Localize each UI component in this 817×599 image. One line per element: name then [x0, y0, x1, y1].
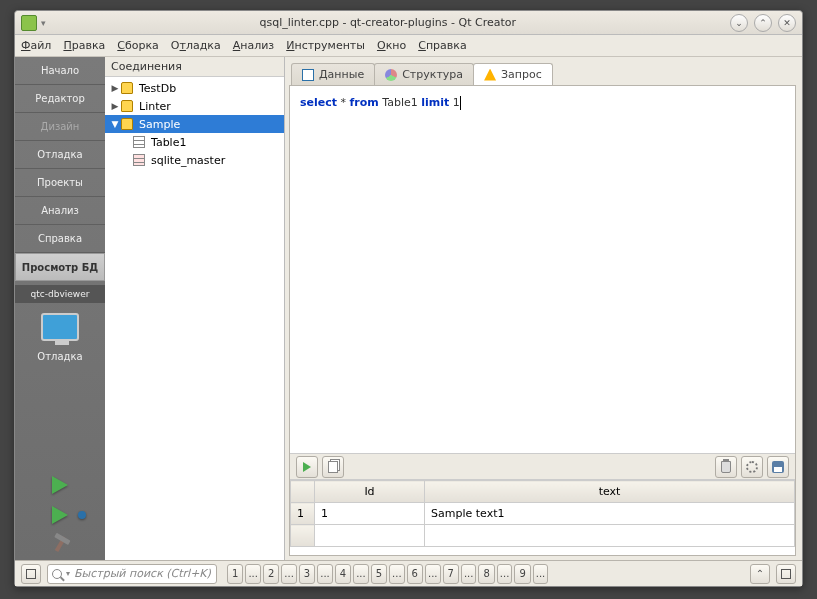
table-row-empty — [291, 525, 795, 547]
run-config-label: Отладка — [15, 351, 105, 362]
pane-2[interactable]: 2 — [263, 564, 279, 584]
menu-help[interactable]: Справка — [418, 39, 466, 52]
tab-query[interactable]: Запрос — [473, 63, 553, 85]
col-header-text[interactable]: text — [425, 481, 795, 503]
toggle-output-button[interactable] — [776, 564, 796, 584]
database-icon — [121, 100, 133, 112]
copy-icon — [328, 461, 338, 473]
pane-8[interactable]: 8 — [478, 564, 494, 584]
execute-button[interactable] — [296, 456, 318, 478]
close-button[interactable]: ✕ — [778, 14, 796, 32]
mode-help[interactable]: Справка — [15, 225, 105, 253]
col-header-id[interactable]: Id — [315, 481, 425, 503]
search-icon — [52, 569, 62, 579]
pane-4[interactable]: 4 — [335, 564, 351, 584]
tree-node-sqlite-master[interactable]: sqlite_master — [105, 151, 284, 169]
cell-id[interactable]: 1 — [315, 503, 425, 525]
mode-debug[interactable]: Отладка — [15, 141, 105, 169]
sql-editor[interactable]: select * from Table1 limit 1 — [290, 86, 795, 453]
cell-text[interactable]: Sample text1 — [425, 503, 795, 525]
minimize-button[interactable]: ⌄ — [730, 14, 748, 32]
gear-icon — [746, 461, 758, 473]
database-icon — [121, 118, 133, 130]
row-header[interactable]: 1 — [291, 503, 315, 525]
mode-sidebar: Начало Редактор Дизайн Отладка Проекты А… — [15, 57, 105, 560]
output-pane-buttons: 1... 2... 3... 4... 5... 6... 7... 8... … — [227, 564, 548, 584]
tree-node-sample[interactable]: ▼Sample — [105, 115, 284, 133]
mode-analyze[interactable]: Анализ — [15, 197, 105, 225]
trash-icon — [721, 461, 731, 473]
structure-icon — [385, 69, 397, 81]
table-header-row: Id text — [291, 481, 795, 503]
mode-editor[interactable]: Редактор — [15, 85, 105, 113]
mode-dbviewer[interactable]: Просмотр БД — [15, 253, 105, 281]
close-pane-button[interactable]: ⌃ — [750, 564, 770, 584]
tab-bar: Данные Структура Запрос — [285, 61, 796, 85]
query-icon — [484, 69, 496, 81]
save-button[interactable] — [767, 456, 789, 478]
text-cursor — [460, 96, 461, 110]
query-content: select * from Table1 limit 1 Id text — [289, 85, 796, 556]
menu-tools[interactable]: Инструменты — [286, 39, 365, 52]
collapse-icon[interactable]: ▼ — [109, 119, 121, 129]
save-icon — [772, 461, 784, 473]
menubar: ФФайлайл Правка Сборка Отладка Анализ Ин… — [15, 35, 802, 57]
play-icon — [303, 462, 311, 472]
pane-3[interactable]: 3 — [299, 564, 315, 584]
titlebar: ▾ qsql_linter.cpp - qt-creator-plugins -… — [15, 11, 802, 35]
table-icon — [133, 136, 145, 148]
project-selector[interactable]: qtc-dbviewer — [15, 285, 105, 303]
debug-run-button[interactable] — [15, 500, 105, 530]
tab-structure[interactable]: Структура — [374, 63, 474, 85]
build-button[interactable] — [15, 530, 105, 560]
database-icon — [121, 82, 133, 94]
tab-data[interactable]: Данные — [291, 63, 375, 85]
connections-header: Соединения — [105, 57, 284, 77]
connections-tree[interactable]: ▶TestDb ▶Linter ▼Sample Table1 sqlite_ma… — [105, 77, 284, 560]
menu-debug[interactable]: Отладка — [171, 39, 221, 52]
query-toolbar — [290, 453, 795, 479]
expand-icon[interactable]: ▶ — [109, 83, 121, 93]
quick-search[interactable]: ▾ Быстрый поиск (Ctrl+K) — [47, 564, 217, 584]
tree-node-table1[interactable]: Table1 — [105, 133, 284, 151]
mode-design: Дизайн — [15, 113, 105, 141]
main-panel: Данные Структура Запрос select * from Ta… — [285, 57, 802, 560]
menu-file[interactable]: ФФайлайл — [21, 39, 51, 52]
toggle-sidebar-button[interactable] — [21, 564, 41, 584]
table-row[interactable]: 1 1 Sample text1 — [291, 503, 795, 525]
copy-button[interactable] — [322, 456, 344, 478]
maximize-button[interactable]: ⌃ — [754, 14, 772, 32]
mode-projects[interactable]: Проекты — [15, 169, 105, 197]
app-icon — [21, 15, 37, 31]
menu-window[interactable]: Окно — [377, 39, 406, 52]
pane-1[interactable]: 1 — [227, 564, 243, 584]
tree-node-testdb[interactable]: ▶TestDb — [105, 79, 284, 97]
table-icon — [133, 154, 145, 166]
kit-icon[interactable] — [15, 303, 105, 351]
results-grid[interactable]: Id text 1 1 Sample text1 — [290, 479, 795, 555]
menu-build[interactable]: Сборка — [117, 39, 159, 52]
panel-icon — [781, 569, 791, 579]
menu-edit[interactable]: Правка — [63, 39, 105, 52]
connections-panel: Соединения ▶TestDb ▶Linter ▼Sample Table… — [105, 57, 285, 560]
expand-icon[interactable]: ▶ — [109, 101, 121, 111]
corner-header[interactable] — [291, 481, 315, 503]
data-icon — [302, 69, 314, 81]
search-placeholder: Быстрый поиск (Ctrl+K) — [74, 567, 211, 580]
run-button[interactable] — [15, 470, 105, 500]
settings-button[interactable] — [741, 456, 763, 478]
tree-node-linter[interactable]: ▶Linter — [105, 97, 284, 115]
mode-welcome[interactable]: Начало — [15, 57, 105, 85]
pane-6[interactable]: 6 — [407, 564, 423, 584]
menu-analyze[interactable]: Анализ — [233, 39, 275, 52]
pane-7[interactable]: 7 — [443, 564, 459, 584]
pane-9[interactable]: 9 — [514, 564, 530, 584]
window-title: qsql_linter.cpp - qt-creator-plugins - Q… — [52, 16, 724, 29]
statusbar: ▾ Быстрый поиск (Ctrl+K) 1... 2... 3... … — [15, 560, 802, 586]
titlebar-chevron-icon[interactable]: ▾ — [41, 18, 46, 28]
panel-icon — [26, 569, 36, 579]
pane-5[interactable]: 5 — [371, 564, 387, 584]
delete-button[interactable] — [715, 456, 737, 478]
